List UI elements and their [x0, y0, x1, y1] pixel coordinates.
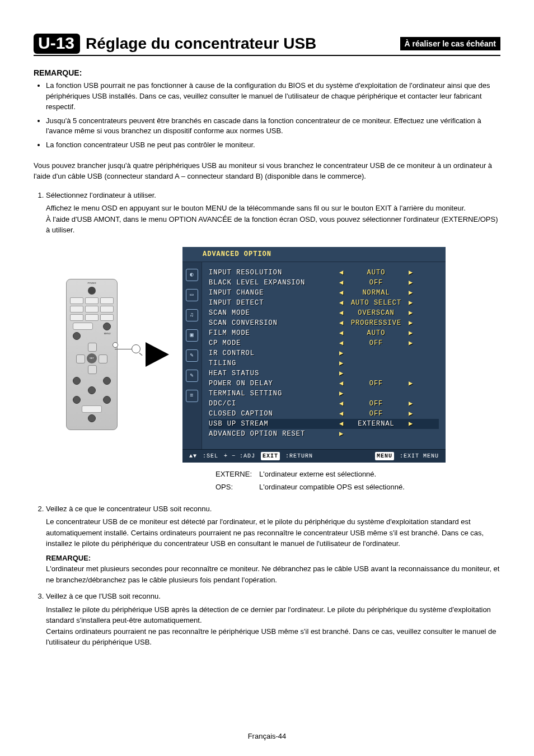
- arrow-right-icon: [146, 342, 169, 367]
- triangle-right-icon: ▶: [407, 409, 415, 419]
- remote-round-btn: [88, 386, 96, 394]
- osd-row: POWER ON DELAY◀OFF▶: [209, 379, 439, 389]
- triangle-right-icon: ▶: [407, 399, 415, 409]
- steps-list: Sélectionnez l'ordinateur à utiliser. Af…: [46, 190, 500, 648]
- osd-row-label: USB UP STREAM: [209, 419, 338, 429]
- osd-row-value: AUTO: [345, 268, 407, 278]
- osd-row-label: INPUT CHANGE: [209, 288, 338, 298]
- remote-btn: [100, 314, 114, 321]
- osd-row: ADVANCED OPTION RESET▶: [209, 429, 439, 439]
- triangle-right-icon: ▶: [338, 389, 345, 399]
- triangle-right-icon: ▶: [407, 338, 415, 348]
- triangle-left-icon: ◀: [338, 288, 345, 298]
- step-1: Sélectionnez l'ordinateur à utiliser. Af…: [46, 190, 500, 494]
- osd-row-value: OFF: [345, 379, 407, 389]
- page-footer: Français-44: [0, 732, 534, 740]
- section-header: U-13 Réglage du concentrateur USB À réal…: [34, 34, 500, 56]
- osd-row-value: AUTO SELECT: [345, 298, 407, 308]
- remote-btn: [70, 297, 83, 304]
- osd-row-value: OFF: [345, 278, 407, 288]
- osd-nav-icon: ▣: [186, 329, 198, 342]
- triangle-left-icon: ◀: [338, 298, 345, 308]
- step-2-body: Le concentrateur USB de ce moniteur est …: [46, 516, 500, 585]
- remote-round-btn: [103, 323, 111, 330]
- osd-row: IR CONTROL▶: [209, 348, 439, 358]
- osd-footer-adj: + − :ADJ: [224, 452, 255, 460]
- osd-row: DDC/CI◀OFF▶: [209, 399, 439, 409]
- osd-footer-exitmenu: :EXIT MENU: [400, 452, 439, 460]
- triangle-left-icon: ◀: [338, 308, 345, 318]
- osd-row-label: ADVANCED OPTION RESET: [209, 429, 338, 439]
- osd-footer-return: :RETURN: [285, 452, 313, 460]
- section-title: Réglage du concentrateur USB: [86, 35, 395, 53]
- remote-round-btn: [103, 377, 111, 385]
- remote-btn: [100, 297, 114, 304]
- osd-row: USB UP STREAM◀EXTERNAL▶: [209, 419, 439, 429]
- step-3-title: Veillez à ce que l'USB soit reconnu.: [46, 592, 161, 600]
- legend-ops-val: L'ordinateur compatible OPS est sélectio…: [259, 481, 405, 493]
- triangle-right-icon: ▶: [338, 368, 345, 379]
- osd-row-label: SCAN CONVERSION: [209, 318, 338, 328]
- dpad-right-icon: [99, 354, 107, 363]
- osd-nav-icon: ✎: [186, 349, 198, 362]
- triangle-right-icon: ▶: [338, 429, 345, 439]
- step-3-body: Installez le pilote du périphérique USB …: [46, 604, 500, 648]
- remote-menu-label: MENU: [104, 332, 111, 340]
- triangle-left-icon: ◀: [338, 399, 345, 409]
- osd-footer-exit-box: EXIT: [261, 452, 280, 460]
- osd-row: BLACK LEVEL EXPANSION◀OFF▶: [209, 278, 439, 288]
- osd-row-value: OFF: [345, 338, 407, 348]
- triangle-left-icon: ◀: [338, 419, 345, 429]
- remote-round-btn: [103, 396, 111, 404]
- step-3: Veillez à ce que l'USB soit reconnu. Ins…: [46, 591, 500, 648]
- triangle-left-icon: ◀: [338, 409, 345, 419]
- osd-row-value: NORMAL: [345, 288, 407, 298]
- osd-row-label: INPUT DETECT: [209, 298, 338, 308]
- remote-round-btn: [73, 377, 81, 385]
- osd-body: ◐ ▭ ♫ ▣ ✎ ✎ ≡ INPUT RESOLUTION◀AUTO▶BLAC…: [182, 262, 446, 449]
- remote-btn-wide: [73, 323, 93, 330]
- osd-nav-icon: ✎: [186, 370, 198, 382]
- triangle-left-icon: ◀: [338, 318, 345, 328]
- triangle-left-icon: ◀: [338, 278, 345, 288]
- osd-row-label: SCAN MODE: [209, 308, 338, 318]
- osd-footer-menu-box: MENU: [375, 452, 394, 460]
- osd-row: CP MODE◀OFF▶: [209, 338, 439, 348]
- remarque-label: REMARQUE:: [34, 68, 500, 77]
- triangle-left-icon: ◀: [338, 379, 345, 389]
- step-2-note: L'ordinateur met plusieurs secondes pour…: [46, 563, 500, 585]
- step-1-title: Sélectionnez l'ordinateur à utiliser.: [46, 191, 156, 199]
- osd-panel: ADVANCED OPTION ◐ ▭ ♫ ▣ ✎ ✎ ≡ INPUT RESO…: [182, 247, 446, 463]
- osd-row-label: IR CONTROL: [209, 348, 338, 358]
- remote-btn: [85, 297, 99, 304]
- osd-row-label: TERMINAL SETTING: [209, 389, 338, 399]
- osd-title: ADVANCED OPTION: [182, 247, 446, 262]
- legend-externe-val: L'ordinateur externe est sélectionné.: [259, 468, 405, 480]
- triangle-right-icon: ▶: [407, 298, 415, 308]
- remote-round-btn: [88, 414, 96, 422]
- osd-nav-icon: ◐: [186, 269, 198, 281]
- osd-nav-icon: ▭: [186, 289, 198, 301]
- osd-row-label: INPUT RESOLUTION: [209, 268, 338, 278]
- step-1-p1: Affichez le menu OSD en appuyant sur le …: [46, 203, 500, 214]
- osd-row: SCAN CONVERSION◀PROGRESSIVE▶: [209, 318, 439, 328]
- osd-row-value: EXTERNAL: [345, 419, 407, 429]
- osd-nav-icon: ♫: [186, 309, 198, 321]
- osd-row-value: AUTO: [345, 328, 407, 338]
- triangle-right-icon: ▶: [407, 419, 415, 429]
- dpad-left-icon: [76, 354, 85, 363]
- step-2-title: Veillez à ce que le concentrateur USB so…: [46, 505, 212, 513]
- dpad-set-button: SET: [87, 353, 97, 363]
- remote-btn-wide: [82, 405, 102, 413]
- step-3-p2: Certains ordinateurs pourraient ne pas r…: [46, 626, 500, 648]
- remote-dpad: SET: [76, 343, 107, 374]
- osd-footer: ▲▼:SEL + − :ADJ EXIT:RETURN MENU:EXIT ME…: [182, 449, 446, 463]
- osd-row-value: OFF: [345, 409, 407, 419]
- remote-round-btn: [73, 332, 81, 340]
- remarque-item: La fonction USB pourrait ne pas fonction…: [46, 81, 500, 113]
- osd-row-label: CP MODE: [209, 338, 338, 348]
- step-3-p1: Installez le pilote du périphérique USB …: [46, 604, 500, 626]
- remarque-item: La fonction concentrateur USB ne peut pa…: [46, 140, 500, 151]
- triangle-left-icon: ◀: [338, 268, 345, 278]
- dpad-up-icon: [88, 343, 97, 352]
